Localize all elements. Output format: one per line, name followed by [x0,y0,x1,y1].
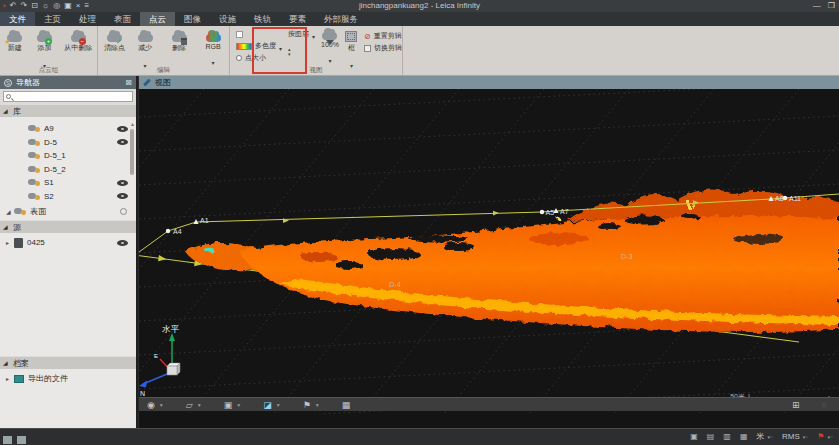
tree-item-0425[interactable]: ▸ 0425 [0,236,136,249]
teal-patch [204,248,214,252]
visibility-eye-icon[interactable] [117,139,128,145]
orbit-icon[interactable]: ◉ [147,399,155,411]
tab-features[interactable]: 要素 [280,12,315,26]
minimize-button[interactable]: — [813,0,821,11]
record-circle-icon[interactable]: ○ [822,399,827,411]
tree-item-s1[interactable]: S1 [0,176,136,189]
dropdown-caret-icon[interactable]: ▼ [236,402,241,408]
tree-item-d5[interactable]: D-5 [0,136,136,149]
new-file-icon[interactable]: ▤ [707,432,715,441]
remove-from-pointcloud-button[interactable]: − 从中删除 [59,28,97,53]
pin-close-icon[interactable]: ⊠ [125,78,132,87]
point-size-radio[interactable] [236,55,242,61]
new-pointcloud-button[interactable]: ★ 新建 [0,28,30,53]
tree-item-exported-files[interactable]: ▸ 导出的文件 [0,372,136,385]
dropdown-caret-icon[interactable]: ▼ [276,402,281,408]
up-axis-arrow-icon [169,333,175,341]
marker-a11[interactable] [783,196,787,200]
tree-item-d5-1[interactable]: D-5_1 [0,149,136,162]
tree-group-source[interactable]: 源 [0,220,136,233]
expander-icon[interactable]: ▸ [6,375,12,382]
tab-processing[interactable]: 处理 [70,12,105,26]
unit-selector[interactable]: 米 [756,431,764,442]
taskbar-square-icon[interactable] [17,436,26,444]
color-ramp-icon[interactable] [236,43,252,50]
clip-box-icon[interactable]: ▣ [224,399,233,411]
tab-imaging[interactable]: 图像 [175,12,210,26]
toggle-clip-checkbox[interactable] [364,45,371,52]
dropdown-caret-icon[interactable]: ▼ [197,402,202,408]
ribbon-group-pointcloud: ★ 新建 + 添加 − 从中删除 点云组 [0,26,98,75]
visibility-eye-icon[interactable] [117,180,128,186]
navigator-tree: 库 A9 D-5 D-5_1 D-5_2 S1 [0,104,136,428]
tree-item-d5-2[interactable]: D-5_2 [0,163,136,176]
rms-selector[interactable]: RMS [782,432,800,441]
viewport-toolbar: ◉▼ ▱▼ ▣▼ ◪▼ ⚑▼ ▦ ⊞ ○ [139,397,839,411]
tree-item-s2[interactable]: S2 [0,190,136,203]
scroll-up-icon[interactable]: ▲ [130,122,135,127]
tab-point-clouds[interactable]: 点云 [140,12,175,26]
taskbar-square-icon[interactable] [3,436,12,444]
expander-icon[interactable]: ◢ [6,208,12,215]
point-cloud[interactable] [185,190,839,332]
maximize-button[interactable]: ❒ [828,0,835,11]
visibility-eye-icon[interactable] [117,193,128,199]
tree-item-a9[interactable]: A9 [0,122,136,135]
rgb-color-button[interactable]: RGB [199,28,227,69]
tree-item-surfaces[interactable]: ◢ 表面 [0,205,136,218]
tree-group-archive[interactable]: 档案 [0,356,136,369]
menu-icon[interactable]: ≡ [85,1,90,11]
dropdown-caret-icon[interactable]: ▾ [767,433,773,440]
application-window: ▪ ↶ ↷ ⊡ ☼ ◎ ▣ × ≡ jinchangpankuang2 - Le… [0,0,839,445]
dropdown-caret-icon[interactable]: ▼ [315,402,320,408]
tab-surfaces[interactable]: 表面 [105,12,140,26]
delete-points-button[interactable]: 删除 [159,28,199,53]
highlight-rectangle [252,27,307,74]
scrollbar-thumb[interactable] [130,129,134,175]
marker-a5[interactable] [540,210,544,214]
color-swatch[interactable] [236,31,243,38]
redo-icon[interactable]: ↷ [21,1,28,11]
reset-clip-icon: ⊘ [364,32,371,41]
tree-group-library[interactable]: 库 [0,104,136,117]
clean-points-button[interactable]: ✓ 清除点 [98,28,131,53]
flag-icon[interactable]: ⚑ [817,432,824,441]
visibility-eye-icon[interactable] [117,240,128,246]
navigator-title: 导航器 [16,77,40,88]
undo-icon[interactable]: ↶ [10,1,17,11]
app-logo-icon[interactable]: ▪ [3,1,6,11]
dropdown-caret-icon[interactable]: ▼ [159,402,164,408]
group-label-pointcloud: 点云组 [0,66,97,75]
grid-toggle-icon[interactable]: ▦ [342,399,351,411]
tab-rail[interactable]: 铁轨 [245,12,280,26]
surface-icon [14,208,26,215]
close-doc-icon[interactable]: × [76,1,81,11]
tab-file[interactable]: 文件 [0,12,35,26]
settings-icon[interactable]: ☼ [42,1,49,11]
paste-icon[interactable]: ⊡ [31,1,38,11]
tab-home[interactable]: 主页 [35,12,70,26]
reset-clip-button[interactable]: 重置剪辑 [374,31,402,41]
eraser-icon[interactable]: ▱ [186,399,193,411]
expand-icon[interactable]: ⊞ [792,399,800,411]
visibility-eye-icon[interactable] [117,126,128,132]
search-input[interactable] [3,91,133,102]
expander-icon[interactable]: ▸ [6,239,12,246]
filter-flag-icon[interactable]: ⚑ [303,399,311,411]
dropdown-caret-icon[interactable] [328,49,331,67]
print-icon[interactable]: ▦ [740,432,748,441]
grid-icon[interactable]: ▣ [690,432,698,441]
toggle-clip-label[interactable]: 切换剪辑 [374,43,402,53]
dropdown-caret-icon[interactable]: ▾ [803,433,809,440]
tab-infrastructure[interactable]: 设施 [210,12,245,26]
cube-icon[interactable]: ◪ [263,399,272,411]
tree-scrollbar[interactable]: ▲ [130,122,135,220]
snap-icon[interactable]: ◎ [53,1,60,11]
viewport-3d-canvas[interactable]: A4 A1 A5 A7 A8 A11 D-4 D-3 [139,89,839,414]
dropdown-caret-icon[interactable]: ▾ [827,433,833,440]
marker-a4[interactable] [166,229,170,233]
save-icon[interactable]: ▥ [723,432,731,441]
window-icon[interactable]: ▣ [64,1,72,11]
navigator-search [0,89,136,104]
tab-external-services[interactable]: 外部服务 [315,12,367,26]
